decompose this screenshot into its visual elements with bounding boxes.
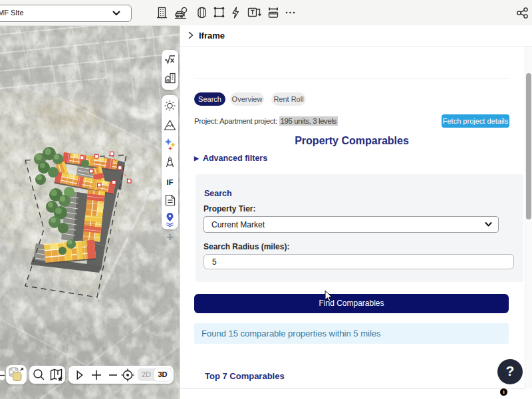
svg-text:IF: IF: [167, 178, 174, 186]
